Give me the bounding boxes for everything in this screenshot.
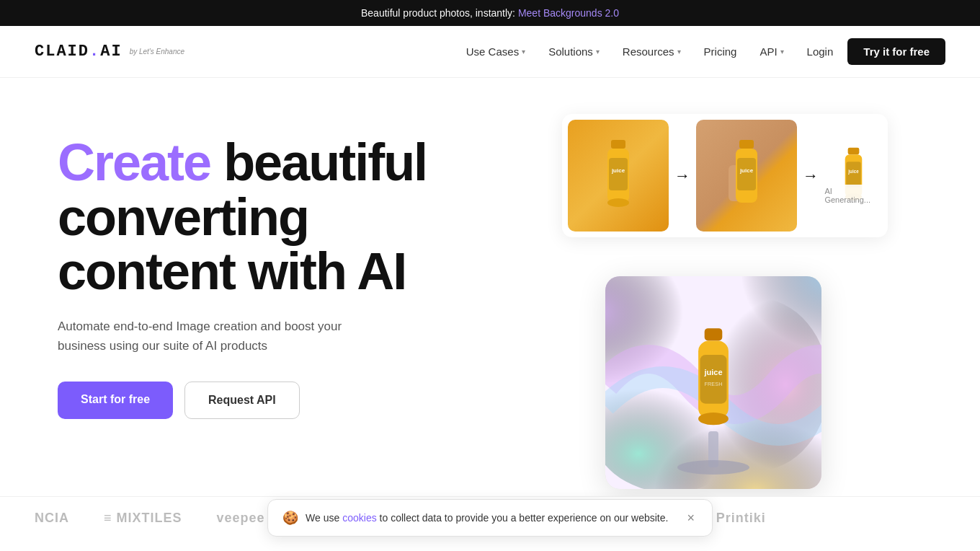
announcement-link[interactable]: Meet Backgrounds 2.0: [518, 7, 619, 19]
arrow-right-icon-2: →: [803, 167, 819, 185]
logo-item: ≡ MIXTILES: [104, 511, 182, 526]
nav-cta-item[interactable]: Try it for free: [847, 38, 945, 65]
svg-rect-10: [847, 147, 859, 154]
hero-buttons: Start for free Request API: [58, 382, 476, 419]
chevron-down-icon: ▾: [596, 48, 600, 56]
logo[interactable]: CLAID.AI by Let's Enhance: [35, 43, 184, 61]
cookie-link[interactable]: cookies: [342, 512, 376, 524]
request-api-button[interactable]: Request API: [184, 382, 300, 419]
svg-point-26: [698, 413, 729, 425]
svg-rect-12: [846, 162, 860, 187]
svg-rect-2: [609, 158, 628, 190]
svg-rect-6: [739, 140, 754, 149]
start-for-free-button[interactable]: Start for free: [58, 382, 173, 419]
nav-item-use-cases[interactable]: Use Cases ▾: [458, 40, 534, 63]
nav-item-solutions[interactable]: Solutions ▾: [540, 40, 608, 63]
svg-rect-21: [705, 328, 723, 340]
arrow-right-icon: →: [674, 167, 690, 185]
main-nav: CLAID.AI by Let's Enhance Use Cases ▾ So…: [0, 26, 980, 78]
image-card-colorful: juice FRESH: [605, 276, 821, 489]
announcement-text: Beautiful product photos, instantly:: [361, 7, 515, 19]
hero-text: Create beautiful converting content with…: [58, 121, 476, 419]
nav-item-api[interactable]: API ▾: [751, 40, 792, 63]
svg-rect-23: [700, 355, 727, 404]
nav-item-pricing[interactable]: Pricing: [695, 40, 746, 63]
cookie-banner: 🍪 We use cookies to collect data to prov…: [267, 499, 713, 537]
hero-heading: Create beautiful converting content with…: [58, 136, 476, 299]
announcement-bar: Beautiful product photos, instantly: Mee…: [0, 0, 980, 26]
svg-text:juice: juice: [739, 167, 754, 174]
nav-item-resources[interactable]: Resources ▾: [614, 40, 690, 63]
cookie-icon: 🍪: [282, 510, 298, 526]
svg-point-4: [607, 198, 629, 207]
hero-subheading: Automate end-to-end Image creation and b…: [58, 317, 389, 356]
chevron-down-icon: ▾: [522, 48, 525, 56]
svg-text:juice: juice: [703, 368, 722, 376]
cookie-close-button[interactable]: ×: [684, 511, 698, 524]
logo-item: NCIA: [35, 511, 69, 526]
bottle-colorful-svg: juice FRESH: [681, 324, 746, 439]
svg-text:FRESH: FRESH: [705, 381, 723, 387]
hero-visual: juice → juice: [562, 92, 980, 496]
image-before-after-row: juice → juice: [562, 114, 888, 237]
svg-rect-0: [611, 140, 625, 149]
bottle-before-svg: juice: [593, 136, 643, 216]
nav-links: Use Cases ▾ Solutions ▾ Resources ▾ Pric…: [458, 38, 945, 65]
hero-heading-create: Create: [58, 133, 210, 191]
image-card-before: juice: [568, 120, 669, 232]
table-pedestal: [677, 460, 749, 475]
svg-rect-8: [737, 158, 756, 190]
nav-item-login[interactable]: Login: [798, 40, 842, 63]
logo-wordmark: CLAID.AI: [35, 43, 122, 61]
bottle-before-bg: juice: [568, 120, 669, 232]
image-card-after: juice AI Generating...: [824, 140, 882, 212]
svg-text:juice: juice: [847, 169, 859, 175]
cookie-text: We use cookies to collect data to provid…: [306, 512, 668, 524]
chevron-down-icon: ▾: [780, 48, 784, 56]
chevron-down-icon: ▾: [677, 48, 681, 56]
ai-generating-badge: AI Generating...: [819, 185, 876, 206]
colorful-background: juice FRESH: [605, 276, 821, 489]
bottle-hand-bg: juice: [696, 120, 797, 232]
svg-text:juice: juice: [611, 167, 625, 174]
juice-bottle-colorful: juice FRESH: [681, 324, 746, 442]
logo-subtitle: by Let's Enhance: [130, 48, 184, 56]
bottle-hand-svg: juice: [721, 136, 772, 216]
image-card-hand: juice: [696, 120, 797, 232]
hero-section: Create beautiful converting content with…: [0, 78, 980, 496]
